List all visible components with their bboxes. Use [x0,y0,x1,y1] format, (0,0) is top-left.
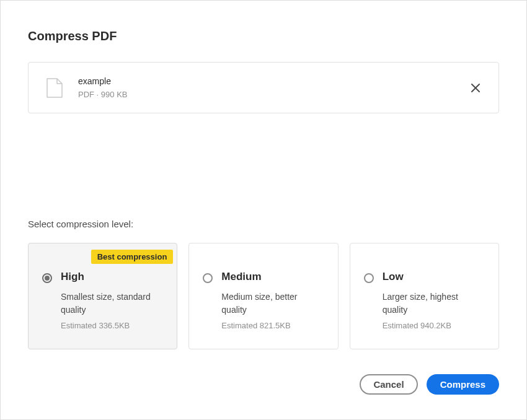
option-desc: Larger size, highest quality [383,291,485,316]
file-info: example PDF · 990 KB [78,76,455,99]
file-icon [46,77,63,98]
radio-low[interactable] [364,273,374,283]
compression-option-low[interactable]: Low Larger size, highest quality Estimat… [350,243,499,349]
file-meta: PDF · 990 KB [78,90,455,99]
radio-high[interactable] [42,273,52,283]
best-compression-badge: Best compression [91,250,174,264]
page-title: Compress PDF [28,29,499,43]
compression-level-label: Select compression level: [28,219,499,229]
option-estimate: Estimated 336.5KB [61,321,163,330]
option-title: High [61,271,163,283]
option-estimate: Estimated 940.2KB [383,321,485,330]
cancel-button[interactable]: Cancel [360,374,417,395]
compression-option-high[interactable]: Best compression High Smallest size, sta… [28,243,177,349]
compress-button[interactable]: Compress [427,374,499,395]
button-row: Cancel Compress [28,374,499,395]
compression-option-medium[interactable]: Medium Medium size, better quality Estim… [188,243,338,349]
compression-options: Best compression High Smallest size, sta… [28,243,499,349]
option-estimate: Estimated 821.5KB [221,321,324,330]
option-desc: Smallest size, standard quality [61,291,163,316]
option-desc: Medium size, better quality [221,291,324,316]
option-title: Medium [221,271,324,283]
radio-medium[interactable] [203,273,213,283]
file-name: example [78,76,455,86]
close-icon[interactable] [470,82,481,94]
file-card: example PDF · 990 KB [28,62,499,113]
option-title: Low [383,271,485,283]
